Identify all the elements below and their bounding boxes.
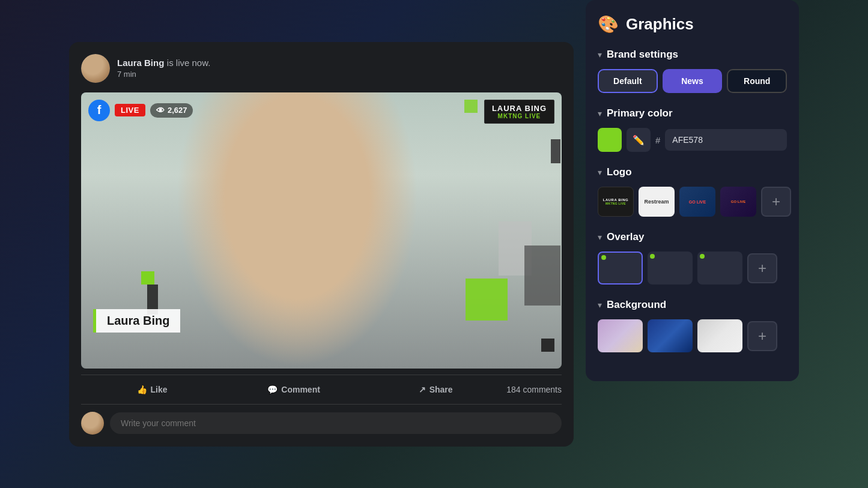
decoration-sq-6	[541, 339, 554, 352]
decoration-sq-2	[551, 139, 560, 163]
view-count: 👁 2,627	[150, 103, 193, 118]
add-overlay-button[interactable]: +	[747, 253, 777, 283]
panel-header: 🎨 Graphics	[598, 14, 787, 34]
logo-4-text: GO LIVE	[730, 199, 747, 205]
color-picker-row: ✏️ #	[598, 128, 787, 152]
logo-chevron-icon: ▾	[598, 167, 602, 177]
overlay-title: Overlay	[607, 231, 644, 243]
decoration-sq-4	[141, 271, 154, 285]
color-swatch[interactable]	[598, 128, 622, 152]
add-background-button[interactable]: +	[747, 321, 777, 351]
primary-color-section: ▾ Primary color ✏️ #	[598, 107, 787, 152]
logo-2-text: Restream	[644, 199, 669, 205]
logo-item-3[interactable]: GO LIVE	[679, 187, 715, 217]
background-title: Background	[607, 299, 666, 311]
decoration-sq-1	[464, 100, 478, 113]
background-chevron-icon: ▾	[598, 300, 602, 310]
brand-settings-section: ▾ Brand settings Default News Round	[598, 49, 787, 93]
background-item-1[interactable]	[598, 319, 643, 352]
user-name: Laura Bing	[117, 58, 164, 68]
eye-icon: 👁	[156, 106, 165, 115]
comment-icon: 💬	[267, 385, 278, 394]
logo-item-4[interactable]: GO LIVE	[720, 187, 756, 217]
panel-title: Graphics	[626, 15, 694, 34]
lower-third-name-bar: Laura Bing	[93, 309, 180, 333]
brand-round-button[interactable]: Round	[727, 69, 787, 93]
user-name-line: Laura Bing is live now.	[117, 58, 562, 68]
brand-chevron-icon: ▾	[598, 50, 602, 59]
background-grid: +	[598, 319, 787, 352]
overlay-dot-1	[601, 255, 606, 260]
brand-news-button[interactable]: News	[663, 69, 723, 93]
brand-settings-title: Brand settings	[607, 49, 678, 61]
user-avatar	[81, 54, 110, 83]
color-chevron-icon: ▾	[598, 109, 602, 118]
graphics-panel: 🎨 Graphics ▾ Brand settings Default News…	[586, 0, 799, 381]
brand-default-button[interactable]: Default	[598, 69, 658, 93]
video-top-bar: f LIVE 👁 2,627	[88, 100, 193, 121]
primary-color-title: Primary color	[607, 107, 673, 119]
facebook-logo: f	[88, 100, 110, 121]
share-button[interactable]: ↗ Share	[365, 380, 506, 399]
add-logo-button[interactable]: +	[761, 187, 791, 217]
comment-count: 184 comments	[506, 385, 562, 394]
commenter-avatar	[81, 412, 104, 435]
overlay-grid: +	[598, 252, 787, 285]
brand-logo-top-text: LAURA BING	[492, 104, 547, 113]
comment-label: Comment	[281, 385, 320, 394]
comment-input-area	[81, 412, 562, 435]
decoration-rect-2	[524, 246, 560, 306]
brand-logo-bottom-text: MKTNG LIVE	[492, 113, 547, 119]
view-count-number: 2,627	[168, 106, 187, 115]
overlay-dot-3	[700, 254, 705, 259]
share-icon: ↗	[419, 385, 426, 394]
overlay-section: ▾ Overlay +	[598, 231, 787, 285]
like-label: Like	[151, 385, 168, 394]
logo-title: Logo	[607, 166, 632, 178]
overlay-dot-2	[650, 254, 655, 259]
palette-icon: 🎨	[598, 14, 619, 34]
logo-item-1[interactable]: LAURA BING MKTNG LIVE	[598, 187, 634, 217]
eyedropper-button[interactable]: ✏️	[627, 128, 651, 152]
post-header: Laura Bing is live now. 7 min	[81, 54, 562, 83]
like-button[interactable]: 👍 Like	[81, 380, 223, 399]
background-section: ▾ Background +	[598, 299, 787, 352]
brand-settings-header[interactable]: ▾ Brand settings	[598, 49, 787, 61]
logo-section: ▾ Logo LAURA BING MKTNG LIVE Restream GO…	[598, 166, 787, 217]
brand-buttons-group: Default News Round	[598, 69, 787, 93]
eyedropper-icon: ✏️	[633, 134, 645, 146]
post-time: 7 min	[117, 70, 562, 79]
lower-third-name-text: Laura Bing	[107, 314, 169, 327]
primary-color-header[interactable]: ▾ Primary color	[598, 107, 787, 119]
like-icon: 👍	[137, 385, 147, 394]
overlay-header[interactable]: ▾ Overlay	[598, 231, 787, 243]
overlay-item-2[interactable]	[648, 252, 693, 285]
video-container: f LIVE 👁 2,627 LAURA BING MKTNG LIVE Lau…	[81, 92, 562, 369]
background-item-2[interactable]	[648, 319, 693, 352]
hash-symbol: #	[655, 135, 660, 145]
background-header[interactable]: ▾ Background	[598, 299, 787, 311]
facebook-post-panel: Laura Bing is live now. 7 min f LIVE 👁 2…	[69, 42, 574, 447]
background-item-3[interactable]	[697, 319, 742, 352]
post-actions-bar: 👍 Like 💬 Comment ↗ Share 184 comments	[81, 375, 562, 405]
user-info: Laura Bing is live now. 7 min	[117, 58, 562, 79]
color-hex-input[interactable]	[665, 129, 787, 151]
comment-button[interactable]: 💬 Comment	[223, 380, 365, 399]
comment-input[interactable]	[110, 412, 562, 434]
overlay-chevron-icon: ▾	[598, 232, 602, 242]
share-label: Share	[429, 385, 453, 394]
logo-grid: LAURA BING MKTNG LIVE Restream GO LIVE G…	[598, 187, 787, 217]
logo-1-bot-text: MKTNG LIVE	[605, 202, 626, 205]
overlay-item-3[interactable]	[697, 252, 742, 285]
overlay-item-1[interactable]	[598, 252, 643, 285]
decoration-sq-5	[466, 279, 508, 321]
brand-logo-overlay: LAURA BING MKTNG LIVE	[484, 100, 554, 124]
logo-header[interactable]: ▾ Logo	[598, 166, 787, 178]
logo-3-text: GO LIVE	[689, 200, 706, 204]
logo-item-2[interactable]: Restream	[639, 187, 675, 217]
live-status-text: is live now.	[167, 58, 211, 68]
live-badge: LIVE	[115, 104, 145, 116]
